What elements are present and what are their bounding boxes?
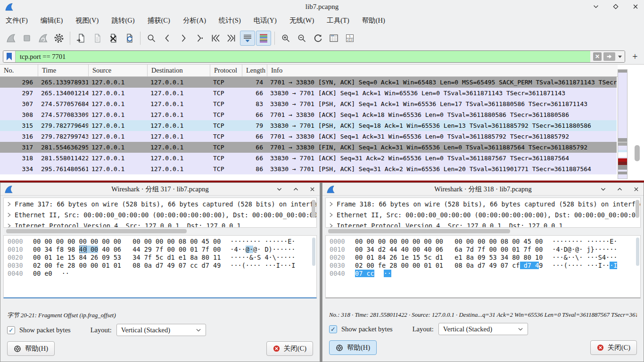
go-first-button[interactable] bbox=[208, 31, 223, 46]
menu-item-go[interactable]: 跳转(G) bbox=[111, 16, 134, 25]
hex-line-0010[interactable]: 001000 34 f8 98 40 00 40 06 44 29 7f 00 … bbox=[8, 246, 316, 254]
hex-line-0030[interactable]: 003002 00 fe 28 00 00 01 01 08 0a d7 49 … bbox=[330, 262, 640, 270]
go-forward-button[interactable] bbox=[176, 31, 191, 46]
tree-hscrollbar-thumb[interactable] bbox=[6, 229, 187, 233]
zoom-reset-button[interactable] bbox=[310, 31, 325, 46]
tree-row[interactable]: Ethernet II, Src: 00:00:00_00:00:00 (00:… bbox=[6, 209, 316, 220]
go-to-packet-button[interactable] bbox=[192, 31, 207, 46]
resize-columns-button[interactable] bbox=[326, 31, 341, 46]
packet-row-296[interactable]: 296265.133978931127.0.0.1127.0.0.1TCP747… bbox=[0, 77, 617, 88]
go-back-button[interactable] bbox=[160, 31, 175, 46]
packet-row-317[interactable]: 317281.554636295127.0.0.1127.0.0.1TCP667… bbox=[0, 142, 617, 153]
hex-line-0010[interactable]: 001000 34 d2 44 40 00 40 06 6a 7d 7f 00 … bbox=[330, 246, 640, 254]
close-icon[interactable] bbox=[633, 186, 640, 193]
packet-list-scrollbar[interactable] bbox=[635, 145, 640, 161]
layout-pane-button[interactable]: 123 bbox=[342, 31, 357, 46]
layout-select[interactable]: Vertical (Stacked) bbox=[438, 323, 528, 335]
tree-row[interactable]: Frame 317: 66 bytes on wire (528 bits), … bbox=[6, 198, 316, 209]
hex-line-0040[interactable]: 004000 e0·· bbox=[8, 270, 316, 278]
close-button[interactable]: 关闭(C) bbox=[266, 341, 313, 356]
expand-chevron-icon[interactable] bbox=[329, 201, 333, 207]
packet-row-315[interactable]: 315279.782779649127.0.0.1127.0.0.1TCP793… bbox=[0, 120, 617, 131]
colorize-button[interactable] bbox=[256, 31, 271, 46]
menu-item-analyze[interactable]: 分析(A) bbox=[183, 16, 206, 25]
show-packet-bytes-checkbox[interactable]: ✓ bbox=[329, 325, 337, 333]
minimize-icon[interactable] bbox=[592, 3, 600, 10]
hex-dump-pane[interactable]: 000000 00 00 00 00 00 00 00 00 00 00 00 … bbox=[3, 235, 317, 298]
packet-row-307[interactable]: 307274.577057684127.0.0.1127.0.0.1TCP833… bbox=[0, 99, 617, 109]
zoom-out-button[interactable] bbox=[294, 31, 309, 46]
tree-row[interactable]: Frame 318: 66 bytes on wire (528 bits), … bbox=[328, 198, 640, 209]
packet-row-334[interactable]: 334295.761480561127.0.0.1127.0.0.1TCP863… bbox=[0, 164, 617, 174]
column-header-length[interactable]: Length bbox=[242, 65, 267, 76]
maximize-icon[interactable] bbox=[612, 3, 619, 10]
auto-scroll-button[interactable] bbox=[240, 31, 255, 46]
filter-dropdown-caret-icon[interactable] bbox=[618, 56, 622, 58]
close-icon[interactable] bbox=[309, 186, 316, 193]
close-file-button[interactable] bbox=[106, 31, 121, 46]
expand-chevron-icon[interactable] bbox=[7, 223, 11, 228]
tree-row[interactable]: Internet Protocol Version 4, Src: 127.0.… bbox=[328, 220, 640, 228]
capture-options-button[interactable] bbox=[51, 31, 66, 46]
open-file-button[interactable] bbox=[74, 31, 89, 46]
hex-scrollbar[interactable] bbox=[312, 238, 315, 266]
menu-item-help[interactable]: 帮助(H) bbox=[362, 16, 385, 25]
packet-row-297[interactable]: 297265.134001214127.0.0.1127.0.0.1TCP663… bbox=[0, 88, 617, 99]
intelligent-scrollbar-minimap[interactable] bbox=[618, 69, 627, 179]
menu-item-edit[interactable]: 编辑(E) bbox=[41, 16, 63, 25]
column-header-time[interactable]: Time bbox=[38, 65, 88, 76]
column-header-source[interactable]: Source bbox=[88, 65, 147, 76]
show-packet-bytes-checkbox[interactable]: ✓ bbox=[7, 326, 15, 334]
expand-chevron-icon[interactable] bbox=[7, 212, 11, 218]
column-header-info[interactable]: Info bbox=[267, 65, 618, 76]
expand-chevron-icon[interactable] bbox=[329, 212, 333, 218]
tree-hscrollbar-thumb[interactable] bbox=[328, 229, 510, 233]
packet-row-308[interactable]: 308274.577083309127.0.0.1127.0.0.1TCP667… bbox=[0, 109, 617, 120]
display-filter-input[interactable] bbox=[16, 51, 590, 62]
menu-item-file[interactable]: 文件(F) bbox=[6, 16, 28, 25]
zoom-in-button[interactable] bbox=[278, 31, 293, 46]
protocol-tree[interactable]: Frame 317: 66 bytes on wire (528 bits), … bbox=[3, 197, 317, 228]
expand-chevron-icon[interactable] bbox=[329, 223, 333, 228]
hex-line-0000[interactable]: 000000 00 00 00 00 00 00 00 00 00 00 00 … bbox=[330, 238, 640, 246]
find-packet-button[interactable] bbox=[144, 31, 159, 46]
filter-bookmark-icon[interactable] bbox=[3, 51, 16, 62]
menu-item-telephony[interactable]: 电话(Y) bbox=[254, 16, 277, 25]
filter-apply-icon[interactable] bbox=[603, 52, 615, 61]
minimize-icon[interactable] bbox=[600, 186, 607, 193]
help-button[interactable]: 帮助(H) bbox=[7, 341, 55, 356]
tree-scrollbar[interactable] bbox=[312, 200, 315, 218]
menu-item-tools[interactable]: 工具(T) bbox=[327, 16, 349, 25]
packet-row-316[interactable]: 316279.782799743127.0.0.1127.0.0.1TCP667… bbox=[0, 131, 617, 142]
tree-row[interactable]: Ethernet II, Src: 00:00:00_00:00:00 (00:… bbox=[328, 209, 640, 220]
layout-select[interactable]: Vertical (Stacked) bbox=[116, 324, 206, 336]
hex-line-0000[interactable]: 000000 00 00 00 00 00 00 00 00 00 00 00 … bbox=[8, 238, 316, 246]
dialog-titlebar[interactable]: Wireshark · 分组 318 · lib7.pcapng bbox=[322, 183, 644, 196]
packet-row-318[interactable]: 318281.558011422127.0.0.1127.0.0.1TCP663… bbox=[0, 153, 617, 164]
hex-line-0020[interactable]: 002000 01 84 26 1e 15 5c d1 e1 8a 09 53 … bbox=[330, 254, 640, 262]
column-header-destination[interactable]: Destination bbox=[147, 65, 210, 76]
hex-line-0020[interactable]: 002000 01 1e 15 84 26 09 53 34 7f 5c d1 … bbox=[8, 254, 316, 262]
protocol-tree[interactable]: Frame 318: 66 bytes on wire (528 bits), … bbox=[325, 197, 641, 228]
hex-scrollbar[interactable] bbox=[636, 238, 639, 266]
go-last-button[interactable] bbox=[224, 31, 239, 46]
hex-line-0030[interactable]: 003002 00 fe 28 00 00 01 01 08 0a d7 49 … bbox=[8, 262, 316, 270]
close-icon[interactable] bbox=[632, 3, 639, 10]
help-button[interactable]: 帮助(H) bbox=[329, 340, 377, 355]
menu-item-statistics[interactable]: 统计(S) bbox=[219, 16, 241, 25]
filter-add-button[interactable]: + bbox=[629, 51, 641, 62]
column-header-no[interactable]: No. bbox=[0, 65, 38, 76]
restore-icon[interactable] bbox=[292, 186, 299, 193]
restore-icon[interactable] bbox=[616, 186, 623, 193]
minimize-icon[interactable] bbox=[276, 186, 283, 193]
expand-chevron-icon[interactable] bbox=[7, 201, 11, 207]
tree-row[interactable]: Internet Protocol Version 4, Src: 127.0.… bbox=[6, 220, 316, 228]
hex-dump-pane[interactable]: 000000 00 00 00 00 00 00 00 00 00 00 00 … bbox=[325, 235, 641, 298]
column-header-protocol[interactable]: Protocol bbox=[210, 65, 242, 76]
tree-scrollbar[interactable] bbox=[636, 200, 639, 218]
hex-line-0040[interactable]: 004007 cc·· bbox=[330, 270, 640, 278]
menu-item-view[interactable]: 视图(V) bbox=[75, 16, 99, 25]
menu-item-capture[interactable]: 捕获(C) bbox=[148, 16, 170, 25]
reload-file-button[interactable] bbox=[122, 31, 137, 46]
menu-item-wireless[interactable]: 无线(W) bbox=[289, 16, 314, 25]
